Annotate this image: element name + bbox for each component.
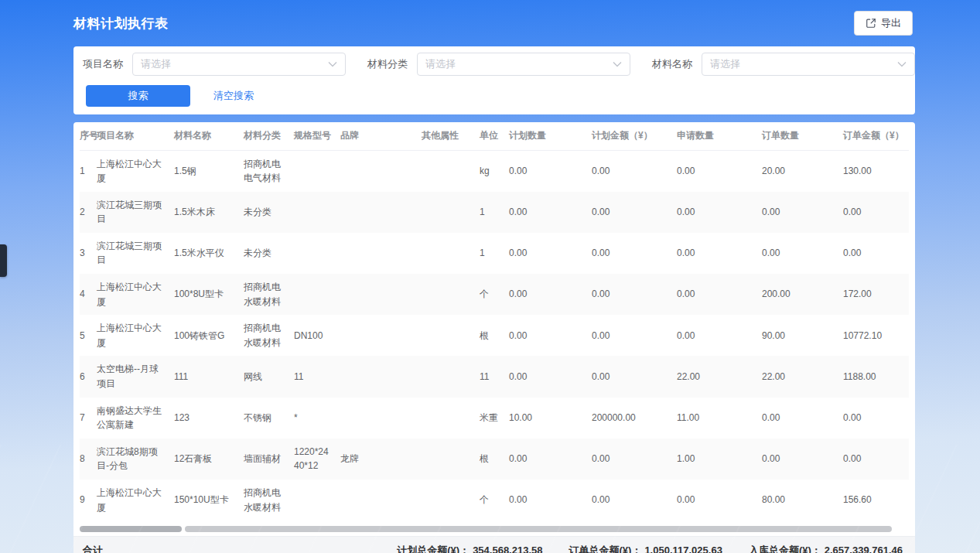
table-cell: 4 [80,274,97,315]
table-cell [340,233,422,274]
summary-item-label: 计划总金额(¥)： [397,544,470,553]
table-cell: 未分类 [244,192,294,233]
table-row[interactable]: 5上海松江中心大厦100铸铁管G招商机电 水暖材料DN100根0.000.000… [80,315,909,356]
table-cell [422,274,480,315]
table-cell: 100铸铁管G [174,315,244,356]
table-cell: 招商机电 水暖材料 [244,274,294,315]
table-cell: 未分类 [244,233,294,274]
table-cell: 0.00 [509,233,592,274]
table-cell [294,233,340,274]
table-cell: 滨江花城三期项目 [97,192,174,233]
table-row[interactable]: 2滨江花城三期项目1.5米木床未分类10.000.000.000.000.00 [80,192,909,233]
table-row[interactable]: 6太空电梯--月球项目111网线11110.000.0022.0022.0011… [80,356,909,397]
table-cell: 20.00 [762,150,843,192]
table-cell: 网线 [244,356,294,397]
filter-label: 材料分类 [367,57,408,71]
table-row[interactable]: 8滨江花城8期项目-分包12石膏板墙面辅材1220*2440*12龙牌根0.00… [80,439,909,480]
table-cell: 172.00 [843,274,909,315]
table-cell: 150*10U型卡 [174,480,244,521]
filter-panel: 项目名称请选择材料分类请选择材料名称请选择 搜索 清空搜索 [73,46,915,114]
filter-select-2[interactable]: 请选择 [702,53,915,76]
table-cell: 0.00 [843,398,909,439]
table-row[interactable]: 1上海松江中心大厦1.5钢招商机电 电气材料kg0.000.000.0020.0… [80,150,909,192]
table-row[interactable]: 7南钢盛达大学生公寓新建123不锈钢*米重10.00200000.0011.00… [80,398,909,439]
filter-group-2: 材料名称请选择 [652,53,915,76]
table-cell: 1 [480,192,509,233]
scrollbar-thumb[interactable] [80,526,182,532]
table-cell [422,192,480,233]
table-cell: 1.00 [677,439,762,480]
table-cell: 0.00 [762,398,843,439]
table-cell [340,356,422,397]
summary-bar: 合计 计划总金额(¥)：354,568,213.58订单总金额(¥)：1,050… [73,536,915,553]
table-cell [294,274,340,315]
table-cell: 130.00 [843,150,909,192]
table-cell [422,356,480,397]
table-cell: 0.00 [509,192,592,233]
table-cell: 90.00 [762,315,843,356]
search-button[interactable]: 搜索 [86,85,190,107]
table-cell: 12石膏板 [174,439,244,480]
side-drawer-handle[interactable] [0,244,7,277]
table-cell: 0.00 [592,356,677,397]
table-cell: 上海松江中心大厦 [97,274,174,315]
table-cell: 0.00 [843,233,909,274]
table-cell: 22.00 [762,356,843,397]
table-cell: 0.00 [592,233,677,274]
table-cell: 0.00 [509,315,592,356]
top-header: 材料计划执行表 导出 [0,0,980,46]
column-header: 材料分类 [244,122,294,150]
table-cell: 0.00 [677,315,762,356]
summary-item-value: 354,568,213.58 [473,544,542,553]
table-cell: 0.00 [843,439,909,480]
table-cell: 6 [80,356,97,397]
table-cell: 123 [174,398,244,439]
table-cell: 1.5米木床 [174,192,244,233]
table-row[interactable]: 9上海松江中心大厦150*10U型卡招商机电 水暖材料个0.000.000.00… [80,480,909,521]
page-title: 材料计划执行表 [73,15,169,32]
export-button[interactable]: 导出 [854,11,913,36]
table-cell [422,480,480,521]
summary-item-1: 订单总金额(¥)：1,050,117,025.63 [569,544,722,553]
table-cell: 0.00 [677,233,762,274]
table-cell: 11 [480,356,509,397]
select-placeholder: 请选择 [141,57,171,71]
table-cell: 上海松江中心大厦 [97,150,174,192]
column-header: 订单数量 [762,122,843,150]
table-cell: 0.00 [843,192,909,233]
table-cell: 上海松江中心大厦 [97,315,174,356]
table-row[interactable]: 3滨江花城三期项目1.5米水平仪未分类10.000.000.000.000.00 [80,233,909,274]
table-cell [294,480,340,521]
clear-search-link[interactable]: 清空搜索 [213,89,254,103]
table-cell [422,398,480,439]
column-header: 规格型号 [294,122,340,150]
table-cell: 南钢盛达大学生公寓新建 [97,398,174,439]
filter-select-0[interactable]: 请选择 [132,53,346,76]
table-cell: 0.00 [677,274,762,315]
column-header: 品牌 [340,122,422,150]
chevron-down-icon [897,61,907,67]
table-cell: DN100 [294,315,340,356]
table-cell: 22.00 [677,356,762,397]
scrollbar-track[interactable] [185,526,892,532]
table-cell: 0.00 [509,274,592,315]
table-cell: 0.00 [677,192,762,233]
table-row[interactable]: 4上海松江中心大厦100*8U型卡招商机电 水暖材料个0.000.000.002… [80,274,909,315]
table-cell: 招商机电 水暖材料 [244,480,294,521]
summary-item-label: 订单总金额(¥)： [569,544,642,553]
summary-item-label: 入库总金额(¥)： [749,544,821,553]
horizontal-scrollbar[interactable] [80,525,909,533]
summary-item-2: 入库总金额(¥)：2,657,339,761.46 [749,544,903,553]
column-header: 申请数量 [677,122,762,150]
table-cell: 滨江花城8期项目-分包 [97,439,174,480]
select-placeholder: 请选择 [425,57,456,71]
table-cell [340,480,422,521]
column-header: 计划金额（¥） [592,122,677,150]
table-cell: 0.00 [592,274,677,315]
table-cell [340,315,422,356]
table-cell [340,274,422,315]
table-cell: 10772.10 [843,315,909,356]
filter-select-1[interactable]: 请选择 [417,53,630,76]
table-cell: 0.00 [509,439,592,480]
table-cell: 0.00 [677,150,762,192]
